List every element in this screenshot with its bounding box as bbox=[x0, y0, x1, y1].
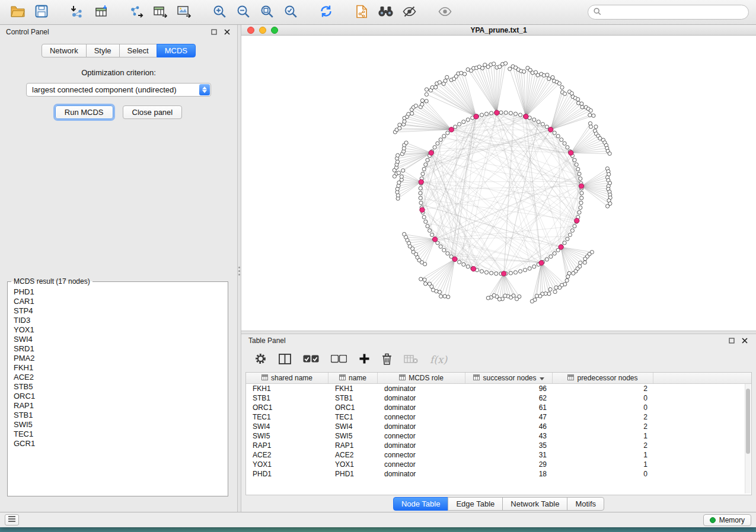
network-node[interactable] bbox=[513, 112, 517, 116]
network-node[interactable] bbox=[589, 125, 592, 129]
network-node[interactable] bbox=[446, 252, 449, 255]
network-node[interactable] bbox=[484, 271, 488, 274]
export-network-button[interactable] bbox=[126, 3, 147, 22]
dominator-node[interactable] bbox=[452, 257, 457, 261]
network-node[interactable] bbox=[504, 62, 508, 65]
network-node[interactable] bbox=[439, 245, 442, 248]
network-node[interactable] bbox=[530, 300, 534, 303]
float-table-panel-button[interactable] bbox=[728, 336, 736, 345]
network-node[interactable] bbox=[414, 104, 417, 108]
network-node[interactable] bbox=[549, 255, 553, 258]
network-node[interactable] bbox=[433, 146, 436, 149]
network-node[interactable] bbox=[580, 191, 583, 195]
network-node[interactable] bbox=[442, 248, 446, 252]
network-node[interactable] bbox=[420, 99, 424, 102]
dominator-node[interactable] bbox=[548, 127, 553, 132]
network-node[interactable] bbox=[554, 286, 558, 289]
network-node[interactable] bbox=[573, 158, 576, 162]
network-node[interactable] bbox=[563, 142, 566, 145]
network-node[interactable] bbox=[419, 187, 422, 190]
network-node[interactable] bbox=[462, 120, 465, 124]
memory-button[interactable]: Memory bbox=[703, 514, 751, 526]
dominator-node[interactable] bbox=[449, 127, 454, 132]
tab-edge-table[interactable]: Edge Table bbox=[448, 497, 503, 511]
mcds-result-item[interactable]: ACE2 bbox=[14, 373, 222, 382]
show-all-button[interactable] bbox=[434, 3, 455, 22]
network-node[interactable] bbox=[446, 131, 449, 134]
network-node[interactable] bbox=[430, 233, 434, 236]
network-node[interactable] bbox=[563, 92, 567, 95]
import-table-button[interactable] bbox=[90, 3, 111, 22]
table-row[interactable]: SWI4SWI4dominator462 bbox=[246, 422, 751, 431]
table-row[interactable]: ACE2ACE2connector311 bbox=[246, 450, 751, 460]
tab-style[interactable]: Style bbox=[86, 44, 120, 57]
network-node[interactable] bbox=[588, 113, 592, 117]
mcds-result-item[interactable]: ORC1 bbox=[14, 392, 222, 401]
network-node[interactable] bbox=[576, 167, 580, 171]
network-node[interactable] bbox=[460, 71, 463, 75]
network-node[interactable] bbox=[532, 265, 536, 268]
network-node[interactable] bbox=[583, 257, 587, 261]
network-node[interactable] bbox=[535, 294, 538, 298]
network-node[interactable] bbox=[423, 278, 426, 281]
network-node[interactable] bbox=[570, 229, 574, 232]
network-node[interactable] bbox=[566, 275, 570, 278]
mcds-result-item[interactable]: SWI4 bbox=[14, 335, 222, 344]
network-node[interactable] bbox=[579, 201, 583, 204]
create-column-button[interactable] bbox=[359, 351, 370, 368]
run-mcds-button[interactable]: Run MCDS bbox=[55, 105, 113, 119]
network-node[interactable] bbox=[545, 258, 548, 261]
network-node[interactable] bbox=[556, 134, 560, 138]
table-row[interactable]: FKH1FKH1dominator962 bbox=[246, 384, 751, 393]
network-node[interactable] bbox=[568, 233, 572, 236]
network-node[interactable] bbox=[579, 261, 582, 265]
network-node[interactable] bbox=[426, 158, 429, 162]
mcds-result-item[interactable]: FKH1 bbox=[14, 363, 222, 373]
table-row[interactable]: RAP1RAP1dominator352 bbox=[246, 441, 751, 450]
network-node[interactable] bbox=[419, 191, 422, 195]
network-node[interactable] bbox=[412, 250, 415, 254]
network-node[interactable] bbox=[404, 141, 408, 145]
network-node[interactable] bbox=[580, 102, 583, 105]
table-row[interactable]: ORC1ORC1dominator610 bbox=[246, 403, 751, 412]
network-node[interactable] bbox=[580, 196, 583, 200]
tab-node-table[interactable]: Node Table bbox=[393, 497, 449, 511]
function-builder-button[interactable]: f(x) bbox=[430, 351, 447, 368]
column-header-name[interactable]: name bbox=[328, 373, 378, 383]
network-node[interactable] bbox=[424, 163, 428, 166]
network-node[interactable] bbox=[422, 215, 426, 219]
mcds-result-item[interactable]: RAP1 bbox=[14, 401, 222, 411]
dominator-node[interactable] bbox=[495, 110, 499, 115]
network-node[interactable] bbox=[454, 125, 457, 129]
deselect-all-columns-button[interactable] bbox=[331, 351, 347, 368]
network-node[interactable] bbox=[462, 262, 465, 266]
network-node[interactable] bbox=[523, 268, 527, 272]
network-node[interactable] bbox=[407, 113, 410, 116]
network-node[interactable] bbox=[434, 85, 438, 89]
network-node[interactable] bbox=[438, 290, 441, 294]
column-header-predecessor-nodes[interactable]: predecessor nodes bbox=[553, 373, 653, 383]
dominator-node[interactable] bbox=[471, 267, 476, 271]
mcds-result-item[interactable]: PMA2 bbox=[14, 354, 222, 363]
network-node[interactable] bbox=[558, 286, 562, 289]
network-node[interactable] bbox=[504, 111, 508, 114]
network-node[interactable] bbox=[439, 294, 443, 298]
network-node[interactable] bbox=[518, 113, 522, 117]
network-node[interactable] bbox=[553, 290, 557, 293]
export-image-button[interactable] bbox=[173, 3, 194, 22]
mcds-result-item[interactable]: STP4 bbox=[14, 306, 222, 316]
network-node[interactable] bbox=[547, 77, 551, 81]
network-node[interactable] bbox=[557, 82, 561, 85]
network-node[interactable] bbox=[537, 120, 540, 124]
network-node[interactable] bbox=[420, 102, 424, 106]
fit-selected-button[interactable] bbox=[280, 3, 301, 22]
network-node[interactable] bbox=[397, 171, 400, 175]
table-scrollbar[interactable] bbox=[745, 384, 751, 493]
network-node[interactable] bbox=[466, 265, 470, 268]
network-node[interactable] bbox=[579, 177, 582, 180]
network-node[interactable] bbox=[573, 225, 576, 228]
network-node[interactable] bbox=[513, 271, 517, 274]
network-node[interactable] bbox=[518, 270, 522, 273]
find-button[interactable] bbox=[375, 3, 396, 22]
dominator-node[interactable] bbox=[575, 218, 579, 223]
